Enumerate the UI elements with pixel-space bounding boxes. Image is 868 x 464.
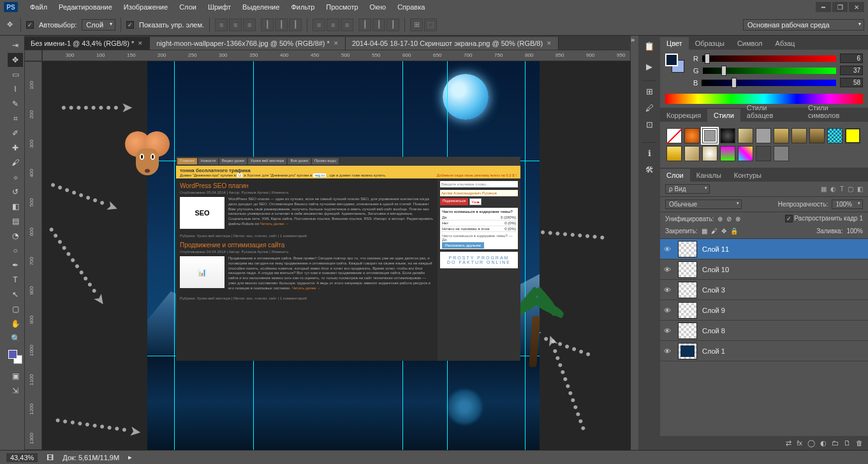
tab-paragraph[interactable]: Абзац — [769, 37, 802, 50]
unify-position-icon[interactable]: ⊕ — [717, 215, 723, 222]
layer-row[interactable]: 👁Слой 8 — [660, 321, 868, 341]
link-layers-icon[interactable]: ⇄ — [786, 439, 791, 447]
eyedropper-tool[interactable]: ✐ — [8, 126, 23, 140]
menu-Окно[interactable]: Окно — [364, 3, 392, 11]
dodge-tool[interactable]: ○ — [8, 243, 23, 257]
zoom-field[interactable]: 43,43% — [6, 453, 38, 462]
stamp-tool[interactable]: ⟐ — [8, 170, 23, 184]
layer-thumbnail[interactable] — [678, 261, 697, 278]
distribute-icon[interactable]: ≡ — [341, 18, 353, 31]
distribute-icon[interactable]: ┃ — [386, 18, 399, 31]
layer-thumbnail[interactable] — [678, 241, 697, 257]
path-select-tool[interactable]: ↖ — [8, 287, 23, 301]
opacity-value[interactable]: 100% — [832, 199, 863, 209]
document-tab[interactable]: night-moon-wallpaper-1366x768.jpg @ 50% … — [150, 37, 346, 50]
distribute-icon[interactable]: ≡ — [327, 18, 339, 31]
visibility-toggle[interactable]: 👁 — [664, 327, 673, 335]
style-swatch[interactable] — [809, 128, 825, 143]
tool-presets-icon[interactable]: 🛠 — [642, 163, 656, 176]
layer-thumbnail[interactable] — [678, 323, 697, 339]
shape-tool[interactable]: ▢ — [8, 302, 23, 316]
lock-position-icon[interactable]: ✥ — [721, 228, 726, 235]
properties-panel-icon[interactable]: ⊞ — [642, 85, 656, 98]
blend-mode-select[interactable]: Обычные — [665, 199, 742, 209]
visibility-toggle[interactable]: 👁 — [664, 245, 673, 253]
workspace-select[interactable]: Основная рабочая среда — [743, 19, 864, 31]
3d-mode-icon[interactable]: ⬚ — [424, 18, 437, 31]
quick-mask-toggle[interactable]: ▣ — [8, 369, 23, 383]
style-swatch[interactable] — [756, 128, 771, 143]
timeline-icon[interactable]: 🎞 — [47, 454, 54, 461]
canvas-area[interactable]: ••••••••➤ ••••••••➤ •••••••••••➤ •••••••… — [42, 61, 631, 450]
filter-shape-icon[interactable]: ▢ — [848, 185, 853, 192]
style-swatch[interactable] — [666, 146, 682, 161]
fg-bg-swatch[interactable] — [665, 54, 684, 73]
adjustment-layer-icon[interactable]: ◐ — [820, 439, 827, 447]
menu-Выделение[interactable]: Выделение — [237, 3, 285, 11]
layer-name[interactable]: Слой 1 — [702, 347, 725, 355]
style-swatch[interactable] — [827, 128, 842, 143]
visibility-toggle[interactable]: 👁 — [664, 347, 673, 355]
menu-Файл[interactable]: Файл — [24, 3, 53, 11]
align-icon[interactable]: ≡ — [229, 18, 242, 31]
canvas[interactable]: ГлавнаяНовостиВидео урокиУроки веб масте… — [147, 61, 540, 450]
brush-tool[interactable]: 🖌 — [8, 156, 23, 170]
menu-Редактирование[interactable]: Редактирование — [53, 3, 118, 11]
brush-panel-icon[interactable]: 🖊 — [642, 101, 656, 114]
auto-align-icon[interactable]: ⊞ — [410, 18, 423, 31]
close-button[interactable]: ✕ — [849, 2, 864, 12]
style-swatch[interactable] — [756, 146, 771, 161]
b-value[interactable]: 58 — [840, 78, 863, 87]
tab-character[interactable]: Символ — [731, 37, 769, 50]
menu-Справка[interactable]: Справка — [392, 3, 430, 11]
dock-separator[interactable]: » — [631, 36, 638, 450]
layer-mask-icon[interactable]: ◯ — [807, 439, 815, 447]
align-icon[interactable]: ┃ — [261, 18, 274, 31]
collapse-icon[interactable]: ⇥ — [8, 38, 23, 52]
zoom-tool[interactable]: 🔍 — [8, 331, 23, 345]
document-tab[interactable]: Без имени-1 @ 43,4% (RGB/8) *✕ — [24, 37, 150, 50]
propagate-checkbox[interactable] — [785, 215, 793, 222]
filter-pixels-icon[interactable]: ▦ — [821, 185, 827, 192]
actions-panel-icon[interactable]: ▶ — [642, 60, 656, 73]
distribute-icon[interactable]: ≡ — [313, 18, 325, 31]
layer-thumbnail[interactable] — [678, 343, 697, 359]
menu-Фильтр[interactable]: Фильтр — [285, 3, 320, 11]
screen-mode-toggle[interactable]: ⇲ — [8, 384, 23, 398]
align-icon[interactable]: ≡ — [243, 18, 256, 31]
group-icon[interactable]: 🗀 — [832, 439, 839, 447]
menu-Просмотр[interactable]: Просмотр — [320, 3, 364, 11]
delete-layer-icon[interactable]: 🗑 — [856, 439, 863, 447]
autoselect-checkbox[interactable] — [26, 21, 34, 29]
lasso-tool[interactable]: ⌇ — [8, 82, 23, 96]
layer-name[interactable]: Слой 8 — [702, 327, 725, 335]
menu-Изображение[interactable]: Изображение — [118, 3, 173, 11]
gradient-tool[interactable]: ▤ — [8, 214, 23, 228]
visibility-toggle[interactable]: 👁 — [664, 307, 673, 314]
g-slider[interactable] — [703, 68, 836, 74]
b-slider[interactable] — [702, 80, 836, 86]
ruler-vertical[interactable]: 1002003004005006007008009001000110012001… — [24, 61, 42, 450]
lock-all-icon[interactable]: 🔒 — [730, 228, 738, 235]
info-panel-icon[interactable]: ℹ — [642, 147, 656, 159]
tab-paths[interactable]: Контуры — [728, 169, 768, 182]
history-brush-tool[interactable]: ↺ — [8, 185, 23, 199]
style-swatch[interactable] — [666, 128, 682, 143]
tab-swatches[interactable]: Образцы — [689, 37, 731, 50]
close-tab-icon[interactable]: ✕ — [334, 40, 339, 47]
ruler-horizontal[interactable]: 5030010015020025030035040045050055060065… — [42, 50, 631, 61]
menu-Шрифт[interactable]: Шрифт — [202, 3, 237, 11]
crop-tool[interactable]: ⌗ — [8, 112, 23, 126]
type-tool[interactable]: T — [8, 273, 23, 287]
style-swatch[interactable] — [774, 128, 789, 143]
g-value[interactable]: 37 — [840, 66, 863, 75]
tab-channels[interactable]: Каналы — [690, 169, 728, 182]
r-value[interactable]: 6 — [840, 54, 863, 63]
pen-tool[interactable]: ✒ — [8, 258, 23, 272]
menu-Слои[interactable]: Слои — [173, 3, 202, 11]
filter-smart-icon[interactable]: ◧ — [857, 185, 863, 192]
new-layer-icon[interactable]: 🗋 — [844, 439, 851, 447]
style-swatch[interactable] — [845, 128, 860, 143]
distribute-icon[interactable]: ┃ — [372, 18, 385, 31]
eraser-tool[interactable]: ◧ — [8, 199, 23, 214]
